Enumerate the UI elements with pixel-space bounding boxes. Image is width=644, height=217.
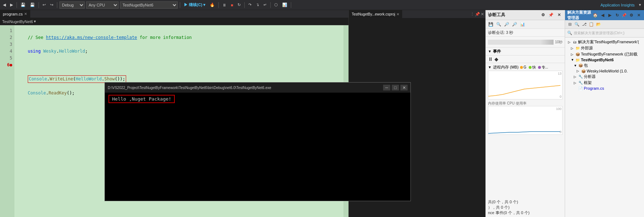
- second-panel-close[interactable]: ✕: [481, 12, 484, 17]
- target-select[interactable]: TestNugetByNet6: [120, 1, 178, 9]
- tree-item-framework-proj[interactable]: ▷ 📦 TestNugetByFramework (已卸载: [565, 51, 644, 57]
- net6-label: TestNugetByNet6: [581, 58, 614, 62]
- se-filter-icon[interactable]: 🔍: [574, 21, 580, 28]
- diagnostics-btn[interactable]: 📊: [281, 2, 289, 8]
- timeline-label: 10秒: [555, 40, 563, 45]
- tree-item-net6-proj[interactable]: ▼ 📁 TestNugetByNet6: [565, 57, 644, 62]
- diagnostics-toolbar: 💾 🔍 🔎 🔎 📊: [486, 20, 565, 29]
- memory-chart: 13 0: [488, 71, 563, 99]
- undo-btn[interactable]: ↩: [41, 2, 47, 8]
- diagnostics-controls: ⏸ ◆: [486, 56, 565, 63]
- se-git-icon[interactable]: ⎇: [581, 21, 587, 28]
- se-pin-icon[interactable]: 📌: [621, 12, 627, 18]
- tab-program-cs-close[interactable]: ✕: [24, 12, 27, 16]
- wesky-label: Wesky.HelloWorld (1.0.: [587, 69, 628, 73]
- console-minimize-btn[interactable]: ─: [383, 85, 390, 90]
- app-insights-dropdown[interactable]: ▾: [638, 2, 643, 8]
- tree-item-solution[interactable]: ▷ 🗂 解决方案'TestNugetByFramework'(: [565, 39, 644, 45]
- code-highlight-5: Console.WriteLine(HelloWorld.Show());: [28, 75, 126, 83]
- console-close-btn[interactable]: ✕: [400, 85, 408, 90]
- tree-item-analyzers[interactable]: ▷ 🔧 分析器: [565, 74, 644, 80]
- breakpoints-btn[interactable]: ⬡: [273, 2, 279, 8]
- frameworks-icon: 🔧: [578, 81, 583, 85]
- diag-zoom-in-icon[interactable]: 🔎: [503, 21, 510, 28]
- step-over-btn[interactable]: ↷: [247, 2, 253, 8]
- sep4: [180, 2, 180, 8]
- console-window-controls: ─ □ ✕: [383, 85, 408, 90]
- second-panel-pin[interactable]: 📌: [475, 12, 480, 17]
- diag-settings-icon[interactable]: ⚙: [539, 12, 547, 19]
- se-back-icon[interactable]: ◀: [599, 12, 606, 18]
- diag-pin-icon[interactable]: 📌: [547, 12, 555, 19]
- save-all-btn[interactable]: 💾: [28, 2, 36, 8]
- se-close-icon[interactable]: ✕: [635, 12, 642, 18]
- editor-area-wrapper: program.cs ✕ TestNugetByNet6 ▾ 1 2 3 4 5…: [0, 10, 485, 217]
- step-out-btn[interactable]: ↵: [262, 2, 268, 8]
- packages-arrow: ▼: [574, 64, 577, 67]
- debug-config-select[interactable]: Debug: [59, 1, 85, 9]
- se-title: 解决方案资源管理器: [567, 10, 592, 21]
- second-panel-menu[interactable]: ⋮: [470, 12, 474, 17]
- diagnostics-header-icons: ⚙ 📌 ✕: [539, 12, 563, 19]
- solution-explorer-toolbar: ⊟ 🔍 ⎇ 📋 📂: [565, 20, 644, 29]
- se-properties-icon[interactable]: 📋: [588, 21, 595, 28]
- run-button[interactable]: ▶ 继续(C) ▾: [182, 1, 207, 8]
- pause-btn[interactable]: ⏸: [221, 2, 228, 8]
- se-search-placeholder[interactable]: 搜索解决方案资源管理器(Ctrl+;): [574, 31, 625, 36]
- tree-item-program-cs[interactable]: 📄 Program.cs: [565, 86, 644, 91]
- diagnostics-events: ▼ 事件: [486, 48, 565, 56]
- solution-explorer-search: 🔍 搜索解决方案资源管理器(Ctrl+;): [565, 29, 644, 37]
- se-forward-icon[interactable]: ▶: [607, 12, 613, 18]
- tree-item-frameworks[interactable]: ▷ 🔧 框架: [565, 80, 644, 86]
- sep1: [17, 2, 17, 8]
- diagnostics-stats: 共(0 个，共 0 个) ），共 0 个) nce 事件(0 个，共 0 个): [486, 198, 565, 217]
- console-titlebar: D:\VS2022_Project\TestNugetByFramework\T…: [105, 83, 410, 93]
- tree-item-wesky[interactable]: ▷ 📦 Wesky.HelloWorld (1.0.: [565, 68, 644, 74]
- diag-save-icon[interactable]: 💾: [487, 21, 494, 28]
- se-refresh-icon[interactable]: ↻: [614, 12, 620, 18]
- code-line-2: using Wesky.HelloWorld;: [17, 48, 346, 55]
- sep2: [39, 2, 39, 8]
- save-btn[interactable]: 💾: [19, 2, 27, 8]
- forward-btn[interactable]: ▶: [9, 2, 14, 8]
- framework-label: TestNugetByFramework (已卸载: [581, 52, 638, 57]
- cpu-usage-label: 内存使用率 CPU 使用率: [488, 101, 563, 106]
- tab-csproj-close[interactable]: ✕: [396, 12, 399, 16]
- diag-pause-btn[interactable]: ⏸: [488, 56, 493, 62]
- se-home-icon[interactable]: 🏠: [592, 12, 599, 18]
- se-collapse-icon[interactable]: ⊟: [567, 21, 573, 28]
- redo-btn[interactable]: ↪: [49, 2, 55, 8]
- memory-expand-icon[interactable]: ▼: [488, 65, 492, 69]
- tab-csproj[interactable]: TestNugetBy...ework.csproj ✕: [349, 10, 402, 18]
- net6-arrow: ▼: [571, 58, 574, 62]
- sep8: [291, 2, 291, 8]
- external-label: 外部源: [581, 45, 593, 51]
- stop-btn[interactable]: ■: [229, 2, 235, 8]
- diag-close-icon[interactable]: ✕: [555, 12, 563, 19]
- restart-btn[interactable]: ↻: [236, 2, 242, 8]
- cpu-select[interactable]: Any CPU: [86, 1, 119, 9]
- diagnostics-chart-area: ▼ 进程内存 (MB) G 快 专...: [486, 63, 565, 198]
- diag-search-icon[interactable]: 🔍: [495, 21, 502, 28]
- events-expand-icon[interactable]: ▼: [488, 49, 492, 53]
- se-open-icon[interactable]: 📂: [595, 21, 602, 28]
- app-insights-label[interactable]: Application Insights: [599, 2, 636, 8]
- solution-explorer-header: 解决方案资源管理器 🏠 ◀ ▶ ↻ 📌 ⚙ ✕: [565, 10, 644, 20]
- se-settings-icon[interactable]: ⚙: [628, 12, 635, 18]
- back-btn[interactable]: ◀: [1, 2, 7, 8]
- step-into-btn[interactable]: ↴: [254, 2, 261, 8]
- code-link-1[interactable]: https://aka.ms/new-console-template: [46, 35, 137, 40]
- console-maximize-btn[interactable]: □: [392, 85, 399, 90]
- cpu-chart-svg: [488, 106, 562, 134]
- diag-diamond-icon[interactable]: ◆: [494, 56, 498, 62]
- diagnostics-panel: 诊断工具 ⚙ 📌 ✕ 💾 🔍 🔎 🔎 📊 诊断会话: 3 秒 10秒 ▼ 事件: [485, 10, 565, 217]
- diag-chart-icon[interactable]: 📊: [519, 21, 526, 28]
- tree-item-external[interactable]: ▷ 📁 外部源: [565, 45, 644, 51]
- tab-program-cs[interactable]: program.cs ✕: [0, 10, 30, 18]
- hot-reload-btn[interactable]: 🔥: [208, 2, 216, 8]
- tree-item-packages[interactable]: ▼ 📦 包: [565, 62, 644, 68]
- cpu-scale-top: 100: [556, 107, 561, 111]
- editor-breadcrumb: TestNugetByNet6 ▾: [0, 18, 348, 25]
- diag-zoom-out-icon[interactable]: 🔎: [511, 21, 518, 28]
- code-line-1: // See https://aka.ms/new-console-templa…: [17, 34, 346, 41]
